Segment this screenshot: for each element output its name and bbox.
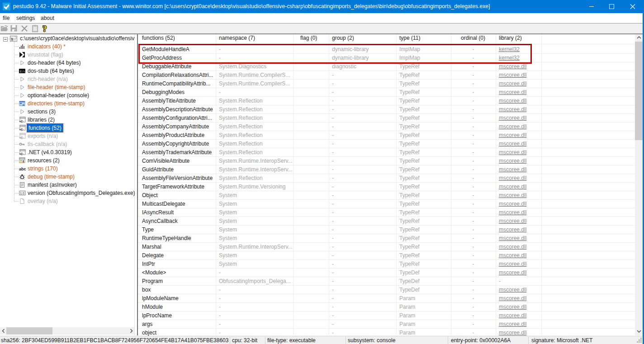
svg-text:1.0: 1.0 [20,192,24,195]
svg-text:?: ? [43,24,47,33]
svg-text:C:\: C:\ [20,70,25,73]
svg-text:abc: abc [19,167,26,171]
